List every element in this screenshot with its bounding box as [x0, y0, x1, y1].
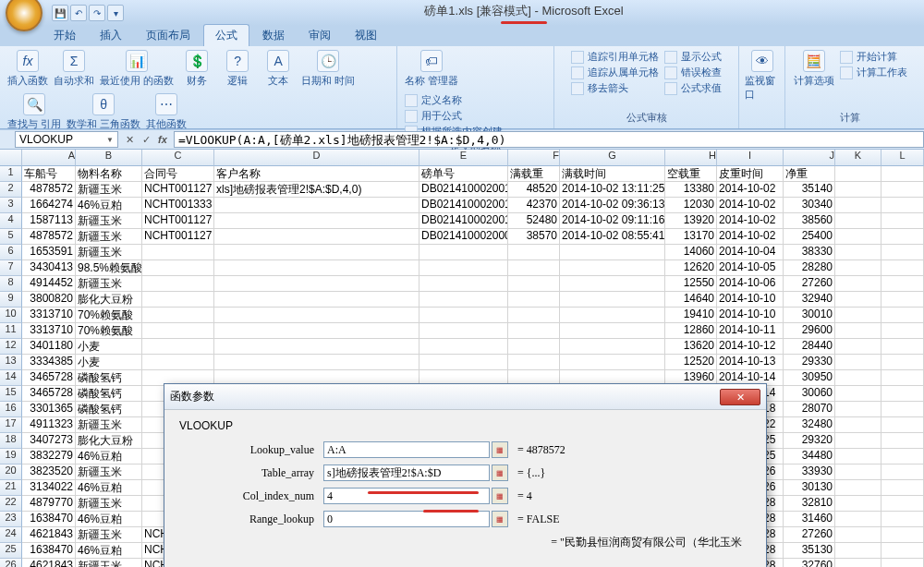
cell[interactable]: 3334385: [22, 355, 76, 370]
cell[interactable]: [881, 166, 924, 182]
cell[interactable]: 35140: [784, 182, 835, 198]
name-box[interactable]: VLOOKUP▼: [15, 131, 118, 148]
cell[interactable]: [881, 370, 924, 386]
trace-dependents-button[interactable]: 追踪从属单元格: [571, 66, 659, 79]
ribbon-tab-0[interactable]: 开始: [43, 25, 87, 46]
cell[interactable]: 2014-10-11: [717, 323, 784, 339]
column-header[interactable]: G: [560, 150, 665, 166]
cell[interactable]: 新疆玉米: [76, 527, 142, 543]
column-header[interactable]: H: [665, 150, 717, 166]
cell[interactable]: [560, 339, 665, 355]
cell[interactable]: 1653591: [22, 245, 76, 260]
row-header[interactable]: 14: [0, 370, 22, 386]
cell[interactable]: [835, 198, 881, 213]
math-button[interactable]: θ数学和 三角函数: [67, 93, 140, 131]
cell[interactable]: [881, 308, 924, 323]
column-header[interactable]: K: [835, 150, 881, 166]
cell[interactable]: 磷酸氢钙: [76, 386, 142, 402]
row-header[interactable]: 10: [0, 308, 22, 323]
cell[interactable]: 满载重: [508, 166, 560, 182]
cell[interactable]: 38330: [784, 245, 835, 260]
cell[interactable]: 4621843: [22, 527, 76, 543]
cell[interactable]: 42370: [508, 198, 560, 213]
cell[interactable]: 46%豆粕: [76, 198, 142, 213]
cell[interactable]: 46%豆粕: [76, 543, 142, 559]
cell[interactable]: 客户名称: [214, 166, 419, 182]
cell[interactable]: [835, 308, 881, 323]
cell[interactable]: 33930: [784, 464, 835, 480]
cell[interactable]: [560, 276, 665, 292]
cell[interactable]: [835, 276, 881, 292]
cell[interactable]: NCHT001127: [142, 229, 214, 245]
cell[interactable]: 27260: [784, 527, 835, 543]
cell[interactable]: 12520: [665, 355, 717, 370]
cell[interactable]: 新疆玉米: [76, 496, 142, 512]
cell[interactable]: [835, 480, 881, 496]
range-picker-icon[interactable]: ▦: [492, 464, 508, 481]
cell[interactable]: 25400: [784, 229, 835, 245]
row-header[interactable]: 20: [0, 464, 22, 480]
cell[interactable]: [835, 166, 881, 182]
cell[interactable]: 4879770: [22, 496, 76, 512]
cell[interactable]: 70%赖氨酸: [76, 323, 142, 339]
cell[interactable]: 1638470: [22, 543, 76, 559]
cell[interactable]: [835, 417, 881, 433]
cell[interactable]: [881, 480, 924, 496]
cell[interactable]: 31460: [784, 512, 835, 527]
cell[interactable]: [142, 339, 214, 355]
cell[interactable]: 满载时间: [560, 166, 665, 182]
cell[interactable]: 2014-10-02 08:55:41: [560, 229, 665, 245]
cell[interactable]: [881, 386, 924, 402]
cell[interactable]: 4878572: [22, 182, 76, 198]
cell[interactable]: 空载重: [665, 166, 717, 182]
cell[interactable]: 38570: [508, 229, 560, 245]
row-header[interactable]: 26: [0, 559, 22, 567]
cell[interactable]: 3832279: [22, 449, 76, 464]
cell[interactable]: [142, 323, 214, 339]
evaluate-formula-button[interactable]: 公式求值: [664, 81, 722, 95]
cell[interactable]: 3407273: [22, 433, 76, 449]
cell[interactable]: [560, 355, 665, 370]
cell[interactable]: [881, 449, 924, 464]
column-header[interactable]: F: [508, 150, 560, 166]
cell[interactable]: [142, 355, 214, 370]
cell[interactable]: 46%豆粕: [76, 512, 142, 527]
range-picker-icon[interactable]: ▦: [492, 441, 508, 458]
cell[interactable]: 3134022: [22, 480, 76, 496]
cell[interactable]: 4878572: [22, 229, 76, 245]
cell[interactable]: 30130: [784, 480, 835, 496]
cell[interactable]: [881, 245, 924, 260]
cell[interactable]: [835, 245, 881, 260]
cell[interactable]: NCHT001127: [142, 182, 214, 198]
ribbon-tab-6[interactable]: 视图: [344, 25, 388, 46]
cell[interactable]: [835, 402, 881, 417]
cell[interactable]: 1587113: [22, 213, 76, 229]
use-in-formula-button[interactable]: 用于公式: [405, 109, 503, 123]
cell[interactable]: 98.5%赖氨酸: [76, 260, 142, 276]
error-checking-button[interactable]: 错误检查: [664, 66, 722, 79]
cell[interactable]: [835, 370, 881, 386]
cell[interactable]: [508, 245, 560, 260]
cell[interactable]: [214, 213, 419, 229]
cell[interactable]: 3313710: [22, 308, 76, 323]
cell[interactable]: [214, 198, 419, 213]
cell[interactable]: [835, 386, 881, 402]
cell[interactable]: [419, 308, 508, 323]
cell[interactable]: 磅单号: [419, 166, 508, 182]
row-header[interactable]: 7: [0, 260, 22, 276]
cell[interactable]: 27260: [784, 276, 835, 292]
cell[interactable]: 2014-10-05: [717, 260, 784, 276]
close-icon[interactable]: ✕: [720, 389, 760, 405]
cell[interactable]: [835, 433, 881, 449]
cell[interactable]: [214, 339, 419, 355]
row-header[interactable]: 25: [0, 543, 22, 559]
range-picker-icon[interactable]: ▦: [492, 488, 508, 504]
lookup-button[interactable]: 🔍查找与 引用: [7, 93, 61, 131]
cell[interactable]: [835, 355, 881, 370]
column-header[interactable]: D: [214, 150, 419, 166]
qat-save-icon[interactable]: 💾: [52, 5, 68, 21]
cell[interactable]: 新疆玉米: [76, 245, 142, 260]
cell[interactable]: [560, 308, 665, 323]
cell[interactable]: 29600: [784, 323, 835, 339]
cell[interactable]: [214, 276, 419, 292]
